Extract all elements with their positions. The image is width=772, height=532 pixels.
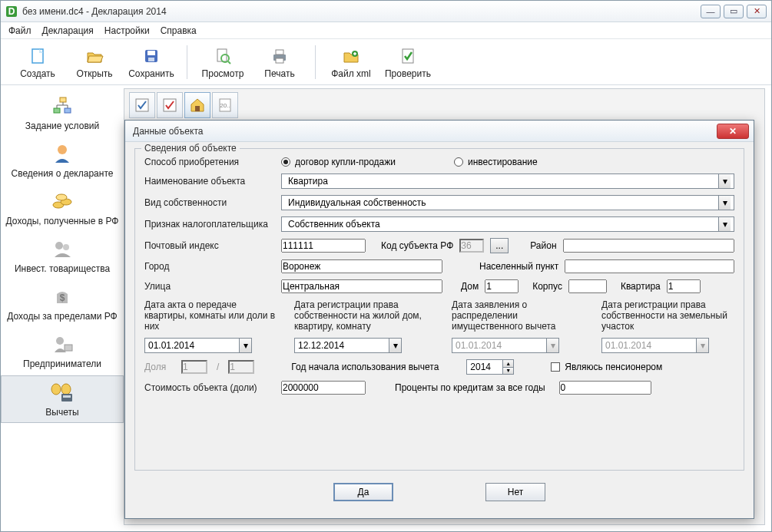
label-house: Дом — [461, 281, 479, 292]
radio-invest[interactable]: инвестирование — [454, 157, 538, 167]
sidebar-item-income[interactable]: Доходы, полученные в РФ — [1, 185, 124, 231]
tab-standard[interactable] — [129, 92, 155, 118]
input-region-code — [459, 239, 484, 253]
button-region-lookup[interactable]: ... — [490, 238, 509, 253]
minimize-button[interactable]: — — [701, 5, 721, 18]
group-object-info: Сведения об объекте Способ приобретения … — [134, 148, 744, 471]
label-block: Корпус — [532, 281, 562, 292]
input-share-num — [181, 360, 207, 374]
toolbar-preview[interactable]: Просмотр — [197, 45, 249, 79]
sidebar-item-abroad[interactable]: $ Доходы за пределами РФ — [1, 280, 124, 326]
sidebar-item-declarant[interactable]: Сведения о декларанте — [1, 137, 124, 183]
radio-purchase[interactable]: договор купли-продажи — [281, 157, 396, 167]
svg-rect-32 — [195, 106, 200, 111]
toolbar-sep — [315, 45, 316, 79]
ok-button[interactable]: Да — [333, 483, 393, 501]
chevron-down-icon[interactable]: ▾ — [239, 339, 251, 352]
spin-down-icon[interactable]: ▼ — [503, 368, 513, 375]
dialog-object-data: Данные объекта ✕ Сведения об объекте Спо… — [124, 120, 754, 519]
toolbar-open[interactable]: Открыть — [68, 45, 121, 79]
cancel-button[interactable]: Нет — [485, 483, 545, 501]
toolbar-print[interactable]: Печать — [253, 45, 306, 79]
svg-rect-5 — [148, 58, 154, 61]
app-icon: D — [5, 5, 18, 18]
spinner-year-start[interactable]: 2014 ▲▼ — [466, 359, 514, 375]
svg-rect-2 — [32, 49, 43, 63]
menu-help[interactable]: Справка — [161, 25, 197, 36]
input-interest[interactable] — [559, 381, 651, 395]
label-apartment: Квартира — [621, 281, 661, 292]
svg-text:$: $ — [60, 292, 65, 303]
date-reg-flat[interactable]: 12.12.2014▾ — [294, 338, 402, 353]
date-decl[interactable]: 01.01.2014▾ — [452, 338, 559, 353]
label-date-reg-land: Дата регистрации права собственности на … — [601, 299, 734, 333]
maximize-button[interactable]: ▭ — [724, 5, 744, 18]
input-street[interactable] — [281, 279, 442, 293]
chevron-down-icon[interactable]: ▾ — [718, 217, 731, 231]
spin-up-icon[interactable]: ▲ — [503, 360, 513, 368]
close-button[interactable]: ✕ — [747, 5, 767, 18]
file-new-icon — [27, 45, 48, 67]
toolbar-xml[interactable]: Файл xml — [325, 45, 377, 79]
label-street: Улица — [144, 281, 275, 292]
checkbox-pensioner[interactable]: Являюсь пенсионером — [551, 362, 662, 372]
entrepreneur-icon — [48, 332, 76, 355]
input-settlement[interactable] — [565, 259, 734, 273]
combo-taxpayer[interactable]: Собственник объекта ▾ — [281, 216, 734, 232]
tab-social[interactable] — [157, 92, 183, 118]
label-date-act: Дата акта о передаче квартиры, комнаты и… — [144, 299, 279, 333]
toolbar-create[interactable]: Создать — [12, 45, 64, 79]
sidebar-item-conditions[interactable]: Задание условий — [1, 90, 124, 136]
input-postcode[interactable] — [281, 239, 366, 253]
menubar: Файл Декларация Настройки Справка — [1, 22, 771, 39]
chevron-down-icon[interactable]: ▾ — [696, 339, 708, 352]
dialog-buttons: Да Нет — [134, 475, 744, 512]
tab-losses[interactable]: 20.. — [212, 92, 238, 118]
menu-settings[interactable]: Настройки — [104, 25, 150, 36]
tab-property[interactable] — [184, 92, 210, 118]
svg-text:D: D — [8, 6, 15, 17]
chevron-down-icon[interactable]: ▾ — [718, 174, 731, 188]
toolbar-save[interactable]: Сохранить — [125, 45, 177, 79]
window-controls: — ▭ ✕ — [701, 5, 767, 18]
toolbar-check[interactable]: Проверить — [382, 45, 434, 79]
svg-point-27 — [61, 384, 71, 395]
input-block[interactable] — [568, 279, 607, 293]
coins-icon — [48, 190, 76, 213]
menu-file[interactable]: Файл — [8, 25, 31, 36]
svg-rect-15 — [54, 108, 60, 113]
label-share: Доля — [144, 362, 175, 372]
date-act[interactable]: 01.01.2014▾ — [144, 338, 252, 353]
folder-open-icon — [84, 45, 105, 67]
chevron-down-icon[interactable]: ▾ — [718, 196, 731, 210]
sidebar-item-invest[interactable]: Инвест. товарищества — [1, 233, 124, 279]
label-district: Район — [530, 240, 556, 251]
chevron-down-icon[interactable]: ▾ — [546, 339, 558, 352]
combo-object-name[interactable]: Квартира ▾ — [281, 173, 734, 189]
label-ownership: Вид собственности — [144, 197, 275, 208]
svg-rect-25 — [65, 345, 72, 351]
svg-line-8 — [228, 61, 230, 64]
input-apartment[interactable] — [667, 279, 701, 293]
input-city[interactable] — [281, 259, 442, 273]
disk-icon — [141, 45, 162, 67]
subtoolbar: 20.. — [129, 92, 238, 118]
input-house[interactable] — [485, 279, 519, 293]
group-title: Сведения об объекте — [141, 143, 240, 154]
toolbar-sep — [187, 45, 187, 79]
sidebar-item-deductions[interactable]: Вычеты — [1, 375, 124, 423]
chevron-down-icon[interactable]: ▾ — [389, 339, 401, 352]
svg-point-20 — [56, 194, 67, 200]
dialog-close-button[interactable]: ✕ — [717, 124, 749, 139]
input-cost[interactable] — [281, 381, 366, 395]
user-icon — [48, 142, 76, 165]
combo-ownership[interactable]: Индивидуальная собственность ▾ — [281, 195, 734, 210]
dialog-body: Сведения об объекте Способ приобретения … — [125, 142, 754, 518]
sidebar-item-entrepreneur[interactable]: Предприниматели — [1, 328, 124, 374]
input-district[interactable] — [563, 239, 734, 253]
svg-rect-16 — [65, 108, 71, 113]
menu-declaration[interactable]: Декларация — [42, 25, 94, 36]
svg-point-24 — [56, 337, 64, 345]
date-reg-land[interactable]: 01.01.2014▾ — [601, 338, 709, 353]
svg-point-26 — [51, 384, 61, 395]
